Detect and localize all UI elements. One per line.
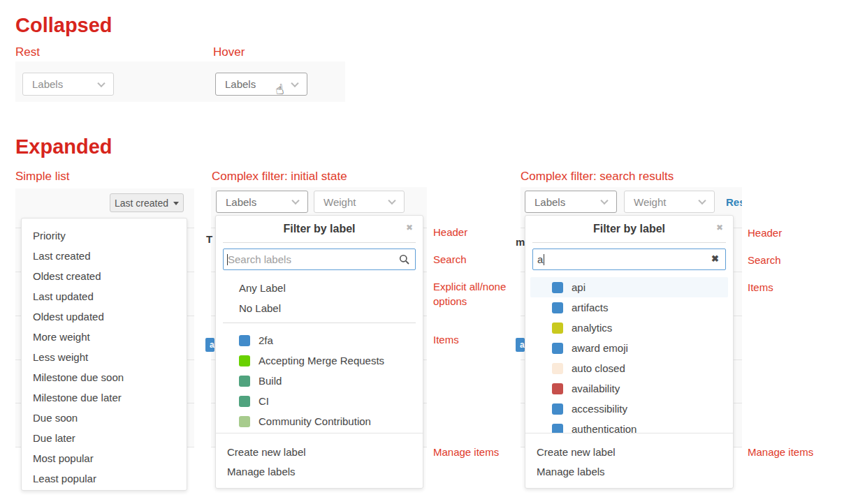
collapsed-example-area: Labels Labels <box>15 61 345 102</box>
covered-label-chip-fragment: a <box>205 338 214 352</box>
label-item[interactable]: api <box>530 277 728 297</box>
chevron-down-icon <box>291 79 298 87</box>
annotation-all-none: Explicit all/none options <box>433 279 517 309</box>
annotation-search: Search <box>433 252 467 267</box>
label-filter-panel-search: Filter by label ✖ ✖ apiartifactsanalytic… <box>525 215 734 489</box>
sort-menu-item[interactable]: Least popular <box>22 468 187 489</box>
complex-initial-label: Complex filter: initial state <box>212 170 347 184</box>
chevron-down-icon <box>698 197 706 205</box>
label-name: analytics <box>572 322 612 334</box>
annotation-header: Header <box>748 225 782 240</box>
label-item[interactable]: authentication <box>530 419 728 433</box>
sort-menu-item[interactable]: Last created <box>22 246 187 266</box>
label-item[interactable]: Community Contribution <box>216 411 423 431</box>
label-item[interactable]: artifacts <box>530 297 728 318</box>
label-item[interactable]: analytics <box>530 318 728 338</box>
label-name: Build <box>259 375 282 387</box>
divider <box>223 323 416 323</box>
weight-filter-label: Weight <box>323 196 356 208</box>
label-color-swatch <box>552 282 563 293</box>
footer-action[interactable]: Manage labels <box>216 462 423 482</box>
label-color-swatch <box>552 363 563 374</box>
annotation-header: Header <box>433 225 467 239</box>
sort-menu-item[interactable]: Milestone due later <box>22 387 187 408</box>
sort-menu-item[interactable]: Due later <box>22 428 187 448</box>
divider <box>532 242 726 243</box>
sort-menu-item[interactable]: Last updated <box>22 286 187 306</box>
collapsed-section-title: Collapsed <box>15 14 112 37</box>
simple-list-label: Simple list <box>15 170 69 184</box>
label-item[interactable]: auto closed <box>530 358 728 378</box>
label-name: availability <box>572 383 620 394</box>
panel-title: Filter by label <box>283 223 355 235</box>
label-color-swatch <box>552 323 563 334</box>
annotation-manage-items: Manage items <box>433 445 499 459</box>
sort-dropdown-menu: PriorityLast createdOldest createdLast u… <box>21 218 187 491</box>
chevron-down-icon <box>600 197 608 205</box>
label-name: authentication <box>572 423 637 433</box>
label-item[interactable]: accessibility <box>530 399 728 419</box>
label-color-swatch <box>552 424 563 433</box>
sort-menu-item[interactable]: Due soon <box>22 408 187 428</box>
sort-menu-item[interactable]: More weight <box>22 327 187 347</box>
divider <box>223 242 416 243</box>
clear-search-icon[interactable]: ✖ <box>711 253 719 264</box>
label-item[interactable]: availability <box>530 378 728 399</box>
weight-filter-toggle[interactable]: Weight <box>314 191 405 213</box>
sort-menu-item[interactable]: Less weight <box>22 347 187 367</box>
label-color-swatch <box>552 403 563 415</box>
weight-filter-toggle[interactable]: Weight <box>624 191 715 213</box>
label-item[interactable]: Build <box>216 371 423 391</box>
label-color-swatch <box>239 416 250 427</box>
sort-menu-item[interactable]: Oldest created <box>22 266 187 286</box>
label-item[interactable]: 2fa <box>216 330 423 350</box>
complex-search-label: Complex filter: search results <box>521 170 674 184</box>
label-item-list: apiartifactsanalyticsaward emojiauto clo… <box>525 277 733 433</box>
chevron-down-icon <box>291 197 299 205</box>
label-name: Community Contribution <box>259 415 371 427</box>
caret-down-icon <box>173 202 179 205</box>
label-item[interactable]: CI <box>216 391 423 411</box>
label-item-list: 2faAccepting Merge RequestsBuildCICommun… <box>216 330 423 431</box>
labels-filter-toggle[interactable]: Labels <box>525 191 617 213</box>
label-name: award emoji <box>572 342 628 354</box>
labels-dropdown-hover[interactable]: Labels <box>215 73 307 96</box>
label-name: accessibility <box>572 403 627 415</box>
reset-link[interactable]: Reset <box>726 196 742 208</box>
label-search-input[interactable] <box>532 249 726 270</box>
covered-label-chip-fragment: a <box>516 338 525 352</box>
annotation-items: Items <box>433 332 459 347</box>
footer-action[interactable]: Create new label <box>216 443 423 462</box>
labels-filter-toggle[interactable]: Labels <box>216 191 308 213</box>
sort-menu-item[interactable]: Priority <box>22 225 187 246</box>
label-item[interactable]: Accepting Merge Requests <box>216 350 423 371</box>
sort-menu-item[interactable]: Milestone due soon <box>22 367 187 387</box>
close-icon[interactable]: ✖ <box>406 223 413 232</box>
label-name: artifacts <box>572 302 609 313</box>
label-color-swatch <box>552 343 563 354</box>
sort-menu-item[interactable]: Most popular <box>22 448 187 468</box>
all-none-options: Any LabelNo Label <box>216 278 423 318</box>
label-name: auto closed <box>572 362 625 374</box>
expanded-section-title: Expanded <box>15 135 112 158</box>
chevron-down-icon <box>388 197 395 205</box>
footer-action[interactable]: Create new label <box>525 443 733 462</box>
footer-action[interactable]: Manage labels <box>525 462 733 482</box>
labels-dropdown-rest[interactable]: Labels <box>22 73 114 96</box>
close-icon[interactable]: ✖ <box>716 223 723 232</box>
label-name: 2fa <box>259 334 273 346</box>
label-search-input[interactable] <box>223 249 416 270</box>
sort-menu-item[interactable]: Oldest updated <box>22 306 187 327</box>
chevron-down-icon <box>97 79 105 87</box>
all-none-option[interactable]: Any Label <box>216 278 423 298</box>
label-color-swatch <box>239 335 250 346</box>
label-item[interactable]: award emoji <box>530 338 728 358</box>
panel-footer: Create new labelManage labels <box>216 433 423 482</box>
label-name: Accepting Merge Requests <box>259 355 384 366</box>
sort-dropdown-toggle[interactable]: Last created <box>110 193 184 212</box>
label-filter-panel-initial: Filter by label ✖ Any LabelNo Label 2faA… <box>215 215 423 489</box>
rest-state-label: Rest <box>15 45 40 59</box>
label-color-swatch <box>239 355 250 366</box>
label-color-swatch <box>552 383 563 394</box>
all-none-option[interactable]: No Label <box>216 298 423 318</box>
